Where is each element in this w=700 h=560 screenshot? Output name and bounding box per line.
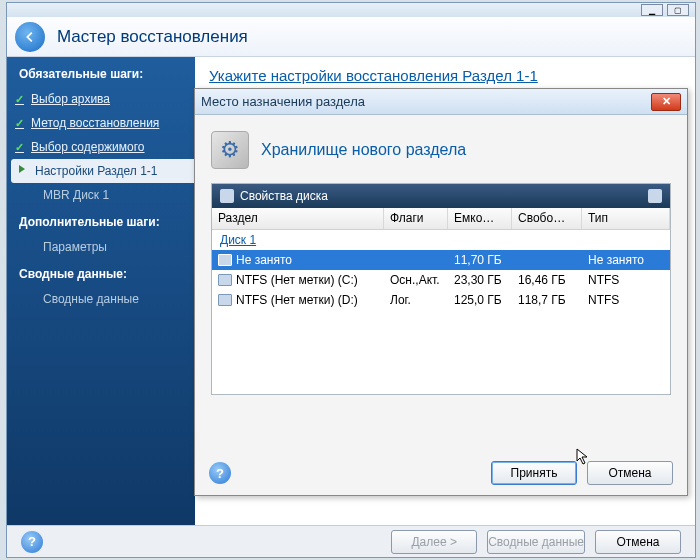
- dialog-footer: ? Принять Отмена: [209, 461, 673, 485]
- sidebar-item-summary[interactable]: Сводные данные: [7, 287, 195, 311]
- panel-header: Свойства диска: [212, 184, 670, 208]
- panel-title: Свойства диска: [240, 189, 328, 203]
- col-flags[interactable]: Флаги: [384, 208, 448, 229]
- sidebar-item-settings[interactable]: Настройки Раздел 1-1: [11, 159, 195, 183]
- main-heading: Укажите настройки восстановления Раздел …: [209, 67, 681, 84]
- table-row[interactable]: NTFS (Нет метки) (D:)Лог.125,0 ГБ118,7 Г…: [212, 290, 670, 310]
- row-partition: NTFS (Нет метки) (D:): [236, 293, 358, 307]
- dialog-heading-row: ⚙ Хранилище нового раздела: [211, 131, 671, 169]
- maximize-button[interactable]: ▢: [667, 4, 689, 16]
- next-button: Далее >: [391, 530, 477, 554]
- disk-icon: [220, 189, 234, 203]
- partition-icon: [218, 254, 232, 266]
- partition-icon: [218, 274, 232, 286]
- arrow-left-icon: [23, 30, 37, 44]
- row-partition: NTFS (Нет метки) (C:): [236, 273, 358, 287]
- check-icon: [15, 116, 25, 126]
- col-type[interactable]: Тип: [582, 208, 670, 229]
- outer-titlebar: ▁ ▢: [7, 3, 695, 17]
- row-capacity: 23,30 ГБ: [448, 273, 512, 287]
- sidebar-heading-summary: Сводные данные:: [7, 267, 195, 287]
- col-free[interactable]: Свобо…: [512, 208, 582, 229]
- row-partition: Не занято: [236, 253, 292, 267]
- sidebar: Обязательные шаги: Выбор архива Метод во…: [7, 57, 195, 527]
- col-partition[interactable]: Раздел: [212, 208, 384, 229]
- row-free: 16,46 ГБ: [512, 273, 582, 287]
- close-button[interactable]: ✕: [651, 93, 681, 111]
- check-icon: [15, 140, 25, 150]
- minimize-button[interactable]: ▁: [641, 4, 663, 16]
- wizard-header: Мастер восстановления: [7, 17, 695, 57]
- disk-properties-panel: Свойства диска Раздел Флаги Емко… Свобо……: [211, 183, 671, 395]
- destination-dialog: Место назначения раздела ✕ ⚙ Хранилище н…: [194, 88, 688, 496]
- dialog-heading: Хранилище нового раздела: [261, 141, 466, 159]
- columns-icon[interactable]: [648, 189, 662, 203]
- row-type: NTFS: [582, 293, 670, 307]
- dialog-cancel-button[interactable]: Отмена: [587, 461, 673, 485]
- arrow-right-icon: [19, 165, 25, 173]
- row-type: NTFS: [582, 273, 670, 287]
- row-flags: Осн.,Акт.: [384, 273, 448, 287]
- row-flags: Лог.: [384, 293, 448, 307]
- check-icon: [15, 92, 25, 102]
- outer-footer: ? Далее > Сводные данные Отмена: [7, 525, 695, 557]
- help-icon[interactable]: ?: [21, 531, 43, 553]
- table-row[interactable]: NTFS (Нет метки) (C:)Осн.,Акт.23,30 ГБ16…: [212, 270, 670, 290]
- back-button[interactable]: [15, 22, 45, 52]
- dialog-help-icon[interactable]: ?: [209, 462, 231, 484]
- row-type: Не занято: [582, 253, 670, 267]
- sidebar-heading-required: Обязательные шаги:: [7, 67, 195, 87]
- partition-icon: [218, 294, 232, 306]
- disk-label[interactable]: Диск 1: [212, 230, 670, 250]
- column-headers[interactable]: Раздел Флаги Емко… Свобо… Тип: [212, 208, 670, 230]
- sidebar-heading-additional: Дополнительные шаги:: [7, 215, 195, 235]
- summary-button: Сводные данные: [487, 530, 585, 554]
- wizard-title: Мастер восстановления: [57, 27, 248, 47]
- dialog-titlebar: Место назначения раздела ✕: [195, 89, 687, 115]
- sidebar-item-content[interactable]: Выбор содержимого: [7, 135, 195, 159]
- col-capacity[interactable]: Емко…: [448, 208, 512, 229]
- sidebar-item-params[interactable]: Параметры: [7, 235, 195, 259]
- panel-body: Диск 1 Не занято11,70 ГБНе занятоNTFS (Н…: [212, 230, 670, 394]
- sidebar-item-archive[interactable]: Выбор архива: [7, 87, 195, 111]
- table-row[interactable]: Не занято11,70 ГБНе занято: [212, 250, 670, 270]
- sidebar-item-method[interactable]: Метод восстановления: [7, 111, 195, 135]
- gear-icon: ⚙: [211, 131, 249, 169]
- outer-cancel-button[interactable]: Отмена: [595, 530, 681, 554]
- accept-button[interactable]: Принять: [491, 461, 577, 485]
- row-capacity: 11,70 ГБ: [448, 253, 512, 267]
- dialog-title: Место назначения раздела: [201, 94, 651, 109]
- row-free: 118,7 ГБ: [512, 293, 582, 307]
- sidebar-item-mbr[interactable]: MBR Диск 1: [7, 183, 195, 207]
- row-capacity: 125,0 ГБ: [448, 293, 512, 307]
